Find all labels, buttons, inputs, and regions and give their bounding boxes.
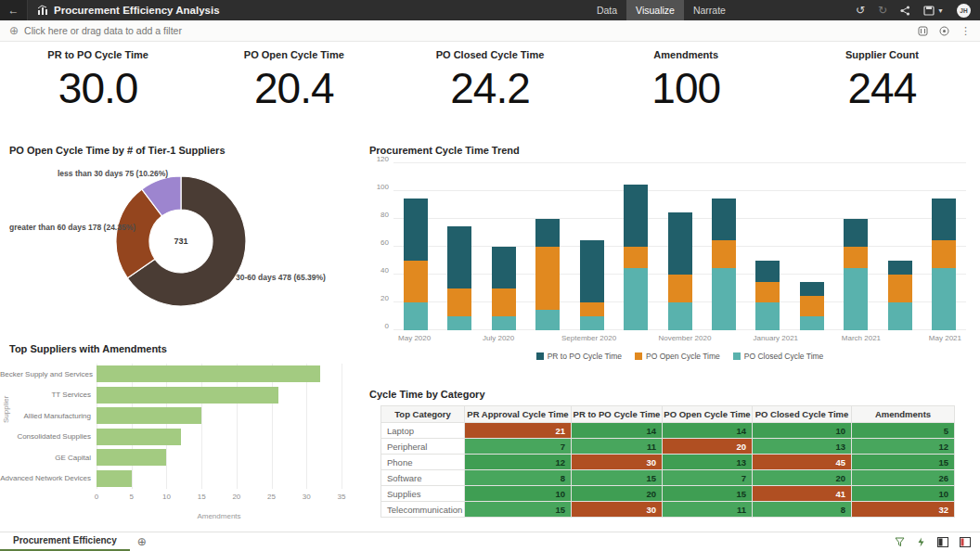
legend-item[interactable]: PO Closed Cycle Time bbox=[733, 352, 824, 361]
supplier-bar[interactable] bbox=[97, 429, 181, 445]
trend-bar-segment[interactable] bbox=[844, 268, 868, 331]
kpi-pr-to-po[interactable]: PR to PO Cycle Time 30.0 bbox=[0, 42, 196, 137]
back-button[interactable]: ← bbox=[0, 0, 28, 20]
value-cell[interactable]: 30 bbox=[572, 455, 663, 470]
trend-bar-segment[interactable] bbox=[712, 199, 736, 240]
value-cell[interactable]: 32 bbox=[852, 502, 955, 518]
trend-bar[interactable] bbox=[844, 219, 868, 330]
trend-bar-segment[interactable] bbox=[580, 316, 604, 330]
auto-insights-icon[interactable] bbox=[916, 537, 926, 547]
trend-bar-segment[interactable] bbox=[535, 247, 560, 310]
kpi-po-closed[interactable]: PO Closed Cycle Time 24.2 bbox=[392, 42, 587, 137]
value-cell[interactable]: 13 bbox=[753, 439, 852, 455]
value-cell[interactable]: 13 bbox=[663, 455, 753, 470]
trend-bar-segment[interactable] bbox=[755, 282, 780, 303]
trend-bar-segment[interactable] bbox=[404, 199, 428, 262]
trend-bar-segment[interactable] bbox=[668, 212, 692, 276]
trend-bar-segment[interactable] bbox=[492, 288, 516, 316]
tab-data[interactable]: Data bbox=[587, 0, 626, 20]
trend-bar-segment[interactable] bbox=[888, 302, 912, 330]
table-header[interactable]: PR Approval Cycle Time bbox=[465, 406, 572, 423]
trend-bar-segment[interactable] bbox=[492, 316, 516, 330]
trend-bar[interactable] bbox=[712, 199, 736, 331]
value-cell[interactable]: 8 bbox=[465, 470, 572, 486]
filter-funnel-icon[interactable] bbox=[895, 537, 905, 547]
legend-item[interactable]: PO Open Cycle Time bbox=[635, 352, 720, 361]
trend-bar-segment[interactable] bbox=[932, 240, 956, 268]
trend-bar-segment[interactable] bbox=[535, 310, 560, 331]
add-canvas-icon[interactable]: ⊕ bbox=[137, 535, 147, 548]
trend-bar-segment[interactable] bbox=[800, 316, 824, 330]
trend-bar-segment[interactable] bbox=[712, 240, 736, 268]
trend-bar[interactable] bbox=[535, 219, 560, 330]
trend-bar-segment[interactable] bbox=[624, 247, 648, 268]
trend-bar-segment[interactable] bbox=[404, 302, 428, 330]
trend-bar[interactable] bbox=[755, 261, 780, 330]
supplier-bar[interactable] bbox=[97, 387, 278, 404]
category-cell[interactable]: Laptop bbox=[381, 423, 465, 439]
value-cell[interactable]: 8 bbox=[753, 502, 852, 518]
table-header[interactable]: Top Category bbox=[381, 406, 465, 423]
layout-right-icon[interactable] bbox=[960, 537, 971, 547]
trend-bar-segment[interactable] bbox=[755, 261, 780, 282]
filter-bar-settings-icon[interactable] bbox=[918, 26, 928, 36]
trend-bar-segment[interactable] bbox=[844, 219, 868, 247]
trend-bar-segment[interactable] bbox=[844, 247, 868, 268]
value-cell[interactable]: 5 bbox=[852, 423, 955, 439]
value-cell[interactable]: 10 bbox=[852, 486, 955, 502]
supplier-bar[interactable] bbox=[97, 449, 166, 466]
trend-bar-segment[interactable] bbox=[447, 226, 471, 289]
trend-bar-segment[interactable] bbox=[800, 296, 824, 317]
tab-visualize[interactable]: Visualize bbox=[626, 0, 684, 20]
trend-bar[interactable] bbox=[668, 212, 692, 331]
trend-bar[interactable] bbox=[800, 282, 824, 331]
table-header[interactable]: PO Closed Cycle Time bbox=[753, 406, 852, 423]
value-cell[interactable]: 14 bbox=[572, 423, 663, 439]
layout-left-icon[interactable] bbox=[937, 537, 948, 547]
trend-bar-segment[interactable] bbox=[888, 261, 912, 275]
trend-bar-segment[interactable] bbox=[800, 282, 824, 296]
trend-bar-segment[interactable] bbox=[712, 268, 736, 331]
trend-bar-segment[interactable] bbox=[492, 247, 516, 288]
trend-bar[interactable] bbox=[580, 240, 604, 331]
trend-bar[interactable] bbox=[404, 199, 428, 331]
kpi-po-open[interactable]: PO Open Cycle Time 20.4 bbox=[196, 42, 392, 137]
table-header[interactable]: PO Open Cycle Time bbox=[663, 406, 753, 423]
value-cell[interactable]: 7 bbox=[465, 439, 572, 455]
canvas-tab-procurement-efficiency[interactable]: Procurement Efficiency bbox=[0, 532, 130, 551]
tab-narrate[interactable]: Narrate bbox=[684, 0, 735, 20]
trend-bar-segment[interactable] bbox=[447, 316, 471, 330]
pin-filters-icon[interactable] bbox=[939, 26, 949, 36]
undo-icon[interactable]: ↺ bbox=[856, 5, 865, 16]
donut-chart[interactable] bbox=[0, 137, 362, 334]
trend-bar-segment[interactable] bbox=[888, 275, 912, 302]
value-cell[interactable]: 41 bbox=[753, 486, 852, 502]
trend-bar-segment[interactable] bbox=[404, 261, 428, 302]
trend-bar-segment[interactable] bbox=[580, 240, 604, 303]
value-cell[interactable]: 15 bbox=[465, 502, 572, 518]
value-cell[interactable]: 15 bbox=[663, 486, 753, 502]
trend-bar-segment[interactable] bbox=[932, 199, 956, 240]
value-cell[interactable]: 14 bbox=[663, 423, 753, 439]
trend-bar-segment[interactable] bbox=[624, 268, 648, 331]
trend-bar[interactable] bbox=[447, 226, 471, 331]
table-header[interactable]: PR to PO Cycle Time bbox=[572, 406, 663, 423]
supplier-bar[interactable] bbox=[97, 470, 132, 487]
value-cell[interactable]: 20 bbox=[663, 439, 753, 455]
trend-bar[interactable] bbox=[624, 185, 648, 331]
category-cell[interactable]: Software bbox=[381, 470, 465, 486]
redo-icon[interactable]: ↻ bbox=[878, 5, 887, 16]
value-cell[interactable]: 30 bbox=[572, 502, 663, 518]
category-cell[interactable]: Supplies bbox=[381, 486, 465, 502]
value-cell[interactable]: 15 bbox=[572, 470, 663, 486]
value-cell[interactable]: 10 bbox=[753, 423, 852, 439]
value-cell[interactable]: 12 bbox=[465, 455, 572, 470]
category-cell[interactable]: Phone bbox=[381, 455, 465, 470]
trend-bar-segment[interactable] bbox=[624, 185, 648, 248]
value-cell[interactable]: 20 bbox=[572, 486, 663, 502]
trend-bar-segment[interactable] bbox=[668, 302, 692, 330]
value-cell[interactable]: 12 bbox=[852, 439, 955, 455]
category-cell[interactable]: Peripheral bbox=[381, 439, 465, 455]
value-cell[interactable]: 21 bbox=[465, 423, 572, 439]
category-cell[interactable]: Telecommunication bbox=[381, 502, 465, 518]
